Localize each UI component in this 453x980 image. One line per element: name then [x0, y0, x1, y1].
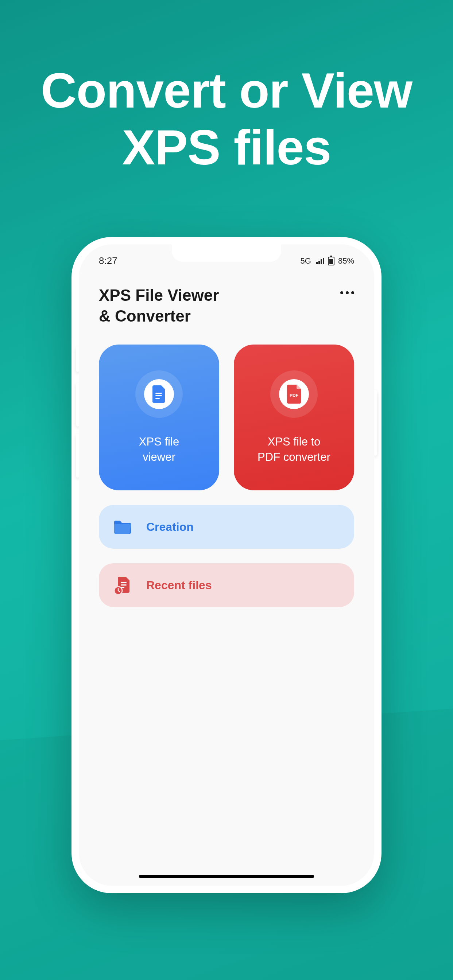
status-time: 8:27: [99, 255, 118, 267]
converter-card-label: XPS file to PDF converter: [257, 434, 330, 465]
app-title: XPS File Viewer & Converter: [99, 285, 219, 326]
status-right: 5G 85%: [301, 256, 354, 266]
status-network: 5G: [301, 256, 311, 266]
recent-files-label: Recent files: [146, 579, 212, 592]
svg-rect-4: [121, 582, 126, 583]
svg-rect-5: [121, 584, 126, 585]
viewer-card-label: XPS file viewer: [139, 434, 179, 465]
pdf-icon: PDF: [270, 371, 318, 418]
status-battery-pct: 85%: [338, 256, 354, 266]
xps-to-pdf-card[interactable]: PDF XPS file to PDF converter: [234, 345, 354, 490]
phone-screen: 8:27 5G 85% XPS File Viewer & Converter: [79, 244, 374, 886]
creation-label: Creation: [146, 520, 194, 534]
app-header: XPS File Viewer & Converter: [79, 267, 374, 326]
svg-rect-2: [155, 398, 160, 399]
hero-title: Convert or View XPS files: [0, 0, 453, 176]
app-title-line2: & Converter: [99, 307, 191, 325]
main-cards: XPS file viewer PDF XPS file to: [79, 326, 374, 490]
xps-viewer-card[interactable]: XPS file viewer: [99, 345, 219, 490]
creation-button[interactable]: Creation: [99, 505, 354, 549]
hero-line2: XPS files: [122, 119, 331, 175]
battery-icon: [328, 257, 335, 266]
svg-rect-0: [155, 393, 162, 394]
folder-icon: [113, 518, 132, 536]
svg-text:PDF: PDF: [290, 393, 298, 398]
hero-line1: Convert or View: [41, 63, 412, 118]
home-indicator[interactable]: [139, 875, 314, 878]
document-icon: [135, 371, 183, 418]
signal-icon: [316, 258, 324, 264]
app-title-line1: XPS File Viewer: [99, 286, 219, 304]
more-menu-button[interactable]: [340, 291, 354, 294]
phone-notch: [172, 244, 281, 262]
recent-files-button[interactable]: Recent files: [99, 563, 354, 607]
recent-files-icon: [113, 576, 132, 594]
svg-rect-1: [155, 395, 162, 396]
phone-frame: 8:27 5G 85% XPS File Viewer & Converter: [72, 237, 381, 893]
